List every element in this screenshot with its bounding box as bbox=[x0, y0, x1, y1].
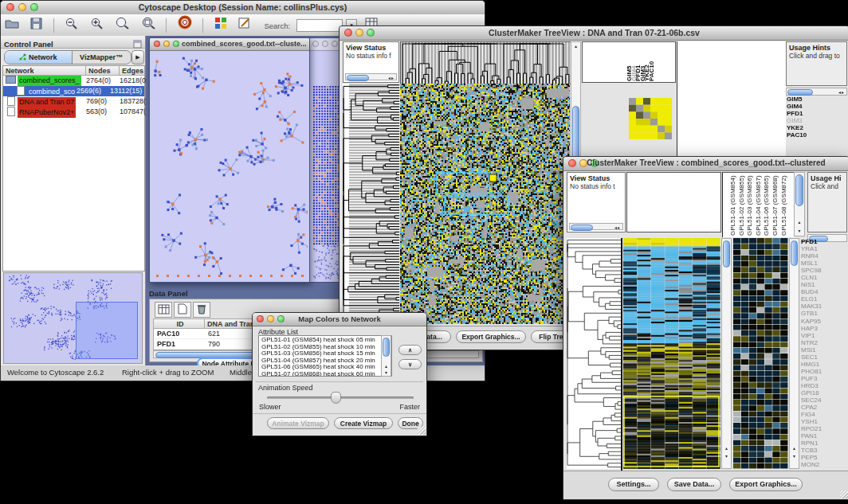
tv2-gene-label[interactable]: HRD3 bbox=[801, 382, 847, 389]
tv2-button-settings[interactable]: Settings... bbox=[608, 478, 659, 491]
tv2-detail-view[interactable] bbox=[733, 238, 788, 469]
tv2-detail-vscrollbar[interactable]: ▴ ▾ bbox=[789, 238, 799, 469]
zoom-button[interactable] bbox=[173, 41, 179, 47]
tv1-heatmap[interactable] bbox=[400, 84, 570, 324]
zoom-selected-icon[interactable] bbox=[141, 15, 155, 36]
minimize-button[interactable] bbox=[322, 41, 328, 47]
tv2-gene-label[interactable]: SEC1 bbox=[801, 354, 847, 361]
col-header-edges[interactable]: Edges bbox=[120, 66, 144, 76]
close-button[interactable] bbox=[312, 41, 319, 47]
tv2-gene-label[interactable]: MSL1 bbox=[801, 260, 847, 267]
search-input[interactable] bbox=[296, 19, 343, 32]
tv2-gene-label[interactable]: GPI16 bbox=[801, 389, 847, 397]
select-attributes-icon[interactable] bbox=[155, 302, 172, 318]
tv2-gene-label[interactable]: RPN1 bbox=[801, 440, 847, 447]
move-up-button[interactable]: ∧ bbox=[398, 345, 422, 355]
move-down-button[interactable]: ∨ bbox=[398, 359, 422, 369]
treeview1-titlebar[interactable]: ClusterMaker TreeView : DNA and Tran 07-… bbox=[340, 26, 848, 41]
tv1-status-hscrollbar[interactable]: ◂▸ bbox=[345, 73, 397, 80]
network-view-window-1[interactable]: combined_scores_good.txt--cluste... bbox=[149, 37, 310, 283]
minimize-button[interactable] bbox=[163, 41, 170, 47]
tv1-global-matrix[interactable] bbox=[629, 98, 672, 139]
zoom-button[interactable] bbox=[332, 41, 338, 47]
attribute-list-item[interactable]: GPL51-07 (GSM868) heat shock 60 min bbox=[261, 371, 391, 377]
tv2-gene-label[interactable]: NIS1 bbox=[801, 281, 847, 288]
tv2-column-dendrogram-area[interactable] bbox=[626, 172, 721, 232]
tab-network[interactable]: Network bbox=[5, 51, 73, 64]
tv2-collabels-vscrollbar[interactable]: ▴ ▾ bbox=[794, 172, 805, 236]
main-titlebar[interactable]: Cytoscape Desktop (Session Name: collins… bbox=[1, 1, 485, 15]
tv2-button-save-data[interactable]: Save Data... bbox=[667, 478, 721, 491]
tv1-column-dendrogram[interactable] bbox=[400, 41, 571, 84]
tabs-overflow-button[interactable]: ▶ bbox=[132, 50, 144, 64]
tv2-gene-label[interactable]: PAN1 bbox=[801, 432, 847, 440]
open-file-icon[interactable] bbox=[5, 15, 19, 36]
close-button[interactable] bbox=[154, 41, 160, 47]
zoom-out-icon[interactable] bbox=[65, 15, 78, 36]
tv2-gene-label[interactable]: SPC98 bbox=[801, 267, 847, 274]
network-canvas[interactable] bbox=[150, 51, 308, 281]
attribute-list-vscrollbar[interactable]: ▴ ▾ bbox=[381, 335, 391, 377]
dialog-button-create-vizmap[interactable]: Create Vizmap bbox=[334, 417, 393, 429]
tv2-gene-label[interactable]: MON2 bbox=[801, 461, 847, 468]
zoom-fit-icon[interactable] bbox=[115, 15, 129, 36]
help-lifering-icon[interactable] bbox=[178, 15, 192, 36]
network-tree-row[interactable]: DNA and Tran 07769(0)183728(0) bbox=[3, 96, 144, 107]
tv2-gene-label[interactable]: RNR4 bbox=[801, 252, 847, 260]
new-attribute-icon[interactable] bbox=[174, 302, 191, 318]
vizmapper-icon[interactable] bbox=[214, 15, 227, 36]
slider-thumb[interactable] bbox=[331, 392, 341, 404]
tv2-gene-label[interactable]: VIP1 bbox=[801, 332, 847, 339]
col-header-network[interactable]: Network bbox=[3, 66, 86, 76]
zoom-in-icon[interactable] bbox=[90, 15, 104, 36]
tv2-gene-label[interactable]: FIG4 bbox=[801, 411, 847, 418]
tv1-row-label[interactable]: GIM5 bbox=[787, 96, 834, 103]
birdseye-view[interactable] bbox=[3, 272, 143, 364]
delete-attribute-icon[interactable] bbox=[193, 302, 210, 318]
tv2-gene-label[interactable]: GTB1 bbox=[801, 310, 847, 317]
tv2-gene-label[interactable]: YRA1 bbox=[801, 245, 847, 252]
tv2-gene-label[interactable]: PUF3 bbox=[801, 375, 847, 382]
attribute-listbox[interactable]: GPL51-01 (GSM854) heat shock 05 minGPL51… bbox=[258, 335, 392, 377]
tv1-row-dendrogram[interactable] bbox=[343, 84, 399, 323]
tv2-gene-label[interactable]: BUD4 bbox=[801, 288, 847, 295]
data-col-id[interactable]: ID bbox=[154, 319, 205, 329]
tv2-gene-label[interactable]: MAK31 bbox=[801, 303, 847, 310]
save-icon[interactable] bbox=[30, 15, 42, 36]
tv2-gene-label[interactable]: CPA2 bbox=[801, 404, 847, 411]
tv2-gene-label[interactable]: PHO81 bbox=[801, 368, 847, 375]
tv1-row-label[interactable]: PAC10 bbox=[787, 131, 834, 139]
tv1-row-label[interactable]: PFD1 bbox=[787, 110, 834, 117]
network-tree-row[interactable]: combined_scores_2764(0)16218(0) bbox=[3, 76, 144, 86]
tab-vizmapper[interactable]: VizMapper™ bbox=[72, 51, 131, 64]
tv2-gene-label[interactable]: KAP95 bbox=[801, 318, 847, 325]
network-tree-row[interactable]: RNAPuberNov2+563(0)107847(0) bbox=[3, 107, 144, 117]
dialog-titlebar[interactable]: Map Colors to Network bbox=[253, 313, 426, 326]
tv1-row-label[interactable]: GIM4 bbox=[787, 103, 834, 110]
tv2-gene-label[interactable]: RPO21 bbox=[801, 425, 847, 432]
tv2-gene-label[interactable]: TCB3 bbox=[801, 447, 847, 454]
tv2-gene-label[interactable]: PFD1 bbox=[801, 238, 847, 245]
tv1-button-export-graphics[interactable]: Export Graphics... bbox=[456, 330, 526, 343]
tv2-status-hscrollbar[interactable]: ◂▸ bbox=[569, 223, 623, 230]
treeview2-titlebar[interactable]: ClusterMaker TreeView : combined_scores_… bbox=[563, 157, 848, 171]
tv2-gene-label[interactable]: YSH1 bbox=[801, 418, 847, 425]
tv2-gene-label[interactable]: HAP3 bbox=[801, 325, 847, 332]
tv2-gene-label[interactable]: NTR2 bbox=[801, 339, 847, 346]
tv2-gene-label[interactable]: ELG1 bbox=[801, 295, 847, 303]
birdseye-viewport-rect[interactable] bbox=[76, 302, 138, 359]
dialog-button-animate-vizmap[interactable]: Animate Vizmap bbox=[267, 417, 329, 429]
network-tree-row[interactable]: combined_sco2569(6)13112(15) bbox=[3, 86, 144, 96]
tv1-row-label[interactable]: YKE2 bbox=[787, 124, 834, 131]
tv1-row-label[interactable]: GIM3 bbox=[787, 117, 834, 124]
tv2-gene-label[interactable]: MSI1 bbox=[801, 346, 847, 354]
tv2-gene-label[interactable]: CLN1 bbox=[801, 274, 847, 281]
tv2-button-export-graphics[interactable]: Export Graphics... bbox=[729, 478, 803, 491]
tv2-row-dendrogram[interactable] bbox=[567, 238, 621, 469]
tv2-heatmap-vscrollbar[interactable]: ▴ ▾ bbox=[721, 238, 732, 469]
annotation-icon[interactable] bbox=[238, 15, 252, 36]
tv2-gene-label[interactable]: SEC24 bbox=[801, 397, 847, 404]
tv2-gene-label[interactable]: PEP5 bbox=[801, 454, 847, 461]
tv1-usage-hscrollbar[interactable]: ◂▸ bbox=[786, 88, 847, 96]
col-header-nodes[interactable]: Nodes bbox=[86, 66, 120, 76]
